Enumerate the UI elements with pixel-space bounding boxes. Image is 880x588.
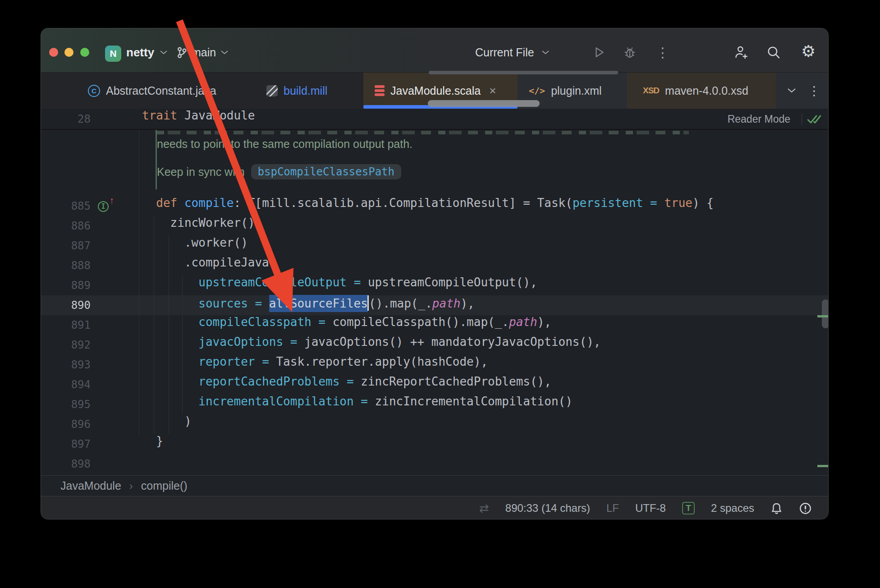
code-line-898[interactable]: 898 [41,454,828,474]
code-line-890[interactable]: 890 sources = allSourceFiles().map(_.pat… [41,295,828,315]
breadcrumb-item-method[interactable]: compile() [141,479,188,492]
code-text[interactable]: compileClasspath = compileClasspath().ma… [142,315,551,335]
code-text[interactable]: zincWorker() [142,216,255,236]
implements-gutter-icon[interactable]: I↑ [98,199,111,213]
code-token: JavaModule [184,109,255,122]
code-token: ) [142,414,192,428]
line-number[interactable]: 888 [41,256,91,276]
line-number[interactable]: 887 [41,236,91,256]
code-token [142,335,198,349]
code-with-me-button[interactable] [733,28,750,73]
tab-strip-scrollbar-thumb[interactable] [429,71,618,74]
code-token: Task.reporter.apply(hashCode), [276,355,488,368]
tab-build-mill[interactable]: build.mill [253,73,350,109]
code-line-896[interactable]: 896 ) [41,414,828,434]
code-line-893[interactable]: 893 reporter = Task.reporter.apply(hashC… [41,355,828,375]
code-text[interactable]: sources = allSourceFiles().map(_.path), [142,295,475,315]
project-widget[interactable]: netty [126,28,168,73]
code-text[interactable]: .worker() [142,236,248,256]
tab-strip-overlay-scrollbar[interactable] [428,100,540,107]
exclamation-circle-icon [799,502,812,515]
line-number[interactable]: 885 [41,196,91,216]
search-everywhere-button[interactable] [766,28,781,73]
indent-widget[interactable]: 2 spaces [711,502,754,514]
run-configuration-selector[interactable]: Current File [475,28,550,73]
tab-label: build.mill [284,84,327,97]
line-number[interactable]: 889 [41,276,91,295]
line-number[interactable]: 895 [41,395,91,414]
kebab-menu-icon: ⋮ [656,45,669,60]
code-token: compile [184,196,234,210]
highlight-level-widget[interactable]: T [682,502,695,514]
error-indicator-button[interactable] [799,502,812,515]
code-text[interactable]: .compileJava( [142,256,276,276]
bug-icon [623,45,637,60]
code-text[interactable]: ) [142,414,192,434]
code-text[interactable]: incrementalCompilation = zincIncremental… [142,395,573,414]
code-line-888[interactable]: 888 .compileJava( [41,256,828,276]
tab-maven-xsd[interactable]: XSD maven-4.0.0.xsd [627,73,776,109]
play-icon [593,46,605,59]
line-number[interactable]: 890 [41,295,91,315]
line-number[interactable]: 892 [41,335,91,355]
code-token: zincReportCachedProblems(), [361,375,551,388]
indent-guide [154,216,154,434]
line-number[interactable]: 897 [41,434,91,454]
code-line-891[interactable]: 891 compileClasspath = compileClasspath(… [41,315,828,335]
transfer-arrows-icon[interactable]: ⇄ [479,501,489,515]
doc-comment-line: needs to point to the same compilation o… [157,134,412,154]
breadcrumb-item-class[interactable]: JavaModule [60,479,121,492]
line-number[interactable]: 893 [41,355,91,375]
code-line-897[interactable]: 897 } [41,434,828,454]
code-token [177,109,184,122]
tab-options-kebab-icon[interactable]: ⋮ [808,83,820,98]
zoom-window-button[interactable] [80,48,89,57]
code-token: compileClasspath [198,315,311,329]
tab-list-chevron-icon[interactable] [787,88,796,93]
debug-button[interactable] [623,28,637,73]
code-text[interactable]: reportCachedProblems = zincReportCachedP… [142,375,551,395]
code-text[interactable]: reporter = Task.reporter.apply(hashCode)… [142,355,488,375]
line-number[interactable]: 894 [41,375,91,395]
tab-abstractconstant-java[interactable]: C AbstractConstant.java [73,73,242,109]
code-editor[interactable]: needs to point to the same compilation o… [41,109,828,475]
line-number[interactable]: 891 [41,315,91,335]
code-token [262,297,269,310]
inspections-ok-button[interactable] [806,114,822,125]
code-text[interactable]: javacOptions = javacOptions() ++ mandato… [142,335,601,355]
vcs-branch-widget[interactable]: main [176,28,229,73]
notifications-button[interactable] [770,502,783,515]
encoding-widget[interactable]: UTF-8 [635,502,666,514]
code-text[interactable]: def compile: T[mill.scalalib.api.Compila… [142,196,714,216]
code-text[interactable]: } [142,434,163,454]
close-window-button[interactable] [49,48,58,57]
code-line-887[interactable]: 887 .worker() [41,236,828,256]
double-check-icon [806,114,822,125]
editor-scrollbar-thumb[interactable] [822,299,829,328]
project-name: netty [126,46,154,60]
tab-label: plugin.xml [551,84,602,97]
code-text[interactable]: upstreamCompileOutput = upstreamCompileO… [142,276,537,295]
code-line-889[interactable]: 889 upstreamCompileOutput = upstreamComp… [41,276,828,295]
code-line-892[interactable]: 892 javacOptions = javacOptions() ++ man… [41,335,828,355]
settings-button[interactable]: ⚙ [801,28,816,73]
code-line-886[interactable]: 886 zincWorker() [41,216,828,236]
scrollbar-change-marker [817,315,829,317]
minimize-window-button[interactable] [64,48,73,57]
more-actions-button[interactable]: ⋮ [656,28,669,73]
sticky-line-header[interactable]: 28 trait JavaModule Reader Mode [41,109,828,130]
code-line-894[interactable]: 894 reportCachedProblems = zincReportCac… [41,375,828,395]
code-line-885[interactable]: 885I↑ def compile: T[mill.scalalib.api.C… [41,196,828,216]
line-number[interactable]: 886 [41,216,91,236]
code-line-895[interactable]: 895 incrementalCompilation = zincIncreme… [41,395,828,414]
line-number[interactable]: 898 [41,454,91,474]
sticky-line-number: 28 [41,109,91,129]
doc-code-chip-link[interactable]: bspCompileClassesPath [251,164,401,179]
close-tab-icon[interactable]: × [489,85,496,96]
project-icon[interactable]: N [105,46,121,62]
line-number[interactable]: 896 [41,414,91,434]
run-button[interactable] [593,28,605,73]
caret-position-widget[interactable]: 890:33 (14 chars) [505,502,590,514]
line-separator-widget[interactable]: LF [606,502,619,514]
indent-guide [169,236,169,434]
